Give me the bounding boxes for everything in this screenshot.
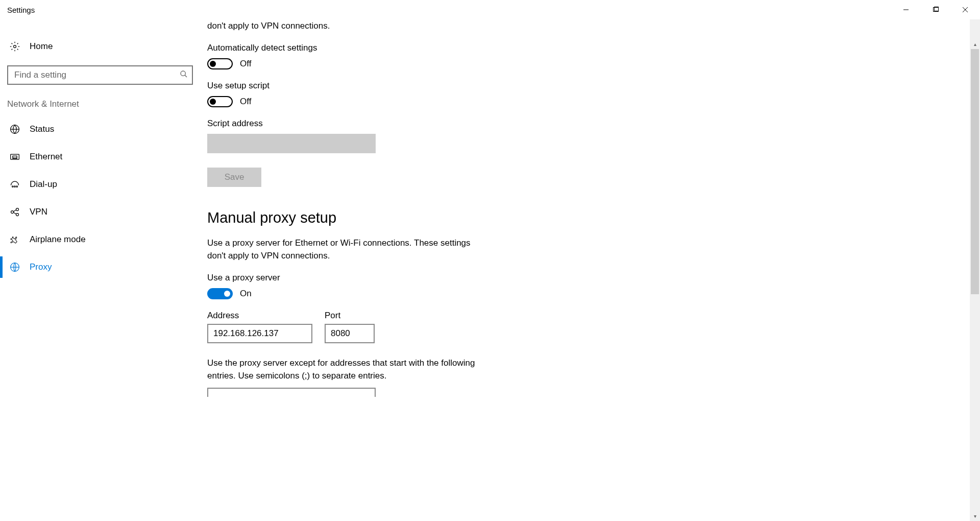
sidebar-item-dialup[interactable]: Dial-up xyxy=(0,171,200,198)
window-title: Settings xyxy=(7,6,35,14)
sidebar: Home Network & Internet Status Ethernet xyxy=(0,19,200,521)
scroll-down-icon[interactable]: ▾ xyxy=(970,511,980,521)
scrollbar[interactable]: ▴ ▾ xyxy=(970,19,980,521)
sidebar-item-vpn[interactable]: VPN xyxy=(0,198,200,226)
svg-point-20 xyxy=(16,214,19,216)
home-button[interactable]: Home xyxy=(0,35,200,58)
svg-point-6 xyxy=(14,45,16,48)
ethernet-icon xyxy=(9,151,20,162)
airplane-icon xyxy=(9,234,20,245)
window-controls xyxy=(891,0,980,19)
sidebar-item-proxy[interactable]: Proxy xyxy=(0,253,200,281)
use-script-toggle[interactable] xyxy=(207,96,233,107)
proxy-icon xyxy=(9,262,20,273)
scroll-up-icon[interactable]: ▴ xyxy=(970,39,980,49)
minimize-button[interactable] xyxy=(891,0,921,19)
svg-point-15 xyxy=(12,186,14,187)
auto-detect-toggle[interactable] xyxy=(207,58,233,69)
auto-detect-state: Off xyxy=(240,59,251,69)
sidebar-item-label: Proxy xyxy=(30,262,52,272)
search-input[interactable] xyxy=(7,65,193,85)
auto-detect-label: Automatically detect settings xyxy=(207,43,973,53)
close-button[interactable] xyxy=(950,0,980,19)
script-address-label: Script address xyxy=(207,119,973,129)
except-input[interactable] xyxy=(207,388,376,397)
sidebar-item-status[interactable]: Status xyxy=(0,115,200,143)
svg-point-17 xyxy=(16,186,18,187)
except-text: Use the proxy server except for addresse… xyxy=(207,357,478,383)
manual-heading: Manual proxy setup xyxy=(207,209,973,226)
sidebar-section-title: Network & Internet xyxy=(0,99,200,115)
address-label: Address xyxy=(207,311,312,321)
sidebar-item-label: Status xyxy=(30,124,54,134)
vpn-icon xyxy=(9,206,20,218)
save-button: Save xyxy=(207,168,261,187)
scrollbar-thumb[interactable] xyxy=(971,49,979,294)
sidebar-item-label: VPN xyxy=(30,207,47,217)
svg-point-19 xyxy=(16,208,19,211)
sidebar-item-label: Airplane mode xyxy=(30,234,86,245)
port-input[interactable] xyxy=(325,324,375,343)
sidebar-item-ethernet[interactable]: Ethernet xyxy=(0,143,200,171)
sidebar-item-label: Dial-up xyxy=(30,179,57,190)
use-proxy-toggle[interactable] xyxy=(207,288,233,299)
script-address-input xyxy=(207,134,376,153)
use-script-label: Use setup script xyxy=(207,81,973,91)
use-script-state: Off xyxy=(240,97,251,107)
port-label: Port xyxy=(325,311,375,321)
svg-line-22 xyxy=(14,212,16,214)
maximize-button[interactable] xyxy=(921,0,950,19)
sidebar-item-label: Ethernet xyxy=(30,152,62,162)
use-proxy-label: Use a proxy server xyxy=(207,273,973,283)
svg-point-16 xyxy=(14,186,16,187)
dialup-icon xyxy=(9,179,20,190)
titlebar: Settings xyxy=(0,0,980,19)
home-label: Home xyxy=(30,41,53,52)
gear-icon xyxy=(9,41,20,52)
globe-icon xyxy=(9,124,20,135)
address-input[interactable] xyxy=(207,324,312,343)
svg-point-18 xyxy=(11,211,14,214)
manual-intro-text: Use a proxy server for Ethernet or Wi-Fi… xyxy=(207,236,478,263)
svg-line-21 xyxy=(14,210,16,211)
auto-intro-text: don't apply to VPN connections. xyxy=(207,19,973,33)
use-proxy-state: On xyxy=(240,289,252,299)
main-panel: don't apply to VPN connections. Automati… xyxy=(200,19,980,521)
sidebar-item-airplane[interactable]: Airplane mode xyxy=(0,226,200,253)
